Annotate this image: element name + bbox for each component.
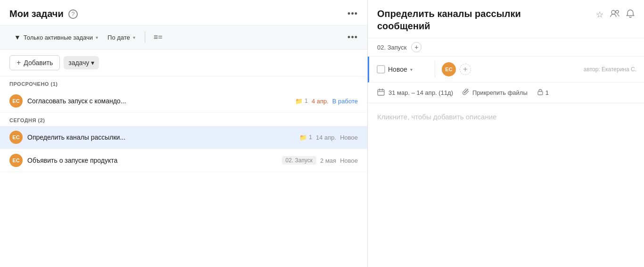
svg-rect-3 <box>538 92 543 95</box>
group-sort-icon[interactable]: ≡= <box>150 30 166 44</box>
task-row[interactable]: EC Согласовать запуск с командо... 📁 1 4… <box>0 90 367 113</box>
task-meta: 📁 1 14 апр. Новое <box>299 134 358 141</box>
folder-icon: 📁 <box>295 98 303 105</box>
description-area[interactable]: Кликните, чтобы добавить описание <box>368 103 644 267</box>
add-label: Добавить <box>24 59 53 67</box>
status-chevron-icon: ▾ <box>410 67 413 72</box>
right-header: Определить каналы рассылки сообщений ☆ <box>368 0 644 38</box>
add-task-bar: + Добавить задачу ▾ <box>0 50 367 76</box>
task-name: Объявить о запуске продукта <box>27 157 277 164</box>
plus-icon: + <box>17 58 21 67</box>
svg-rect-2 <box>378 90 384 95</box>
left-header: Мои задачи ? ••• <box>0 0 367 25</box>
tasks-area: ПРОСРОЧЕНО (1) EC Согласовать запуск с к… <box>0 76 367 267</box>
calendar-icon <box>377 88 385 97</box>
people-icon[interactable] <box>610 10 619 19</box>
filter-divider <box>145 32 145 43</box>
assignee-avatar[interactable]: EC <box>442 62 456 76</box>
task-date: 2 мая <box>320 157 336 164</box>
filter-more-button[interactable]: ••• <box>347 33 358 42</box>
page-title: Мои задачи <box>9 8 64 19</box>
assignee-area: EC + <box>435 62 478 76</box>
attach-label: Прикрепить файлы <box>472 89 528 96</box>
avatar: EC <box>9 131 23 144</box>
status-row: Новое ▾ EC + автор: Екатерина С. <box>368 57 644 83</box>
filter-bar: ▼ Только активные задачи ▾ По дате ▾ ≡= … <box>0 25 367 50</box>
task-date: 4 апр. <box>312 98 329 105</box>
attach-files-button[interactable]: Прикрепить файлы <box>462 89 528 97</box>
favorite-icon[interactable]: ☆ <box>596 9 603 20</box>
task-detail-title: Определить каналы рассылки сообщений <box>377 8 537 32</box>
more-menu-button[interactable]: ••• <box>347 9 358 19</box>
task-name: Определить каналы рассылки... <box>27 134 295 141</box>
date-row: 31 мар. – 14 апр. (11д) Прикрепить файлы… <box>368 83 644 103</box>
task-name: Согласовать запуск с командо... <box>27 97 290 105</box>
section-today-header: СЕГОДНЯ (2) <box>0 113 367 126</box>
task-type-chevron-icon: ▾ <box>91 59 94 67</box>
svg-point-0 <box>611 10 615 14</box>
task-type-label: задачу <box>68 59 89 67</box>
project-breadcrumb: 02. Запуск <box>377 44 406 51</box>
task-meta: 📁 1 4 апр. В работе <box>295 98 358 105</box>
status-badge: Новое <box>340 157 358 164</box>
status-checkbox[interactable] <box>377 65 385 74</box>
right-panel: Определить каналы рассылки сообщений ☆ <box>368 0 644 267</box>
author-info: автор: Екатерина С. <box>584 66 644 73</box>
task-meta: 02. Запуск 2 мая Новое <box>282 156 358 165</box>
add-section-button[interactable]: + <box>411 42 421 52</box>
status-badge: Новое <box>340 134 358 141</box>
date-range-label: 31 мар. – 14 апр. (11д) <box>388 89 453 96</box>
section-overdue-header: ПРОСРОЧЕНО (1) <box>0 76 367 90</box>
paperclip-icon <box>462 89 470 97</box>
add-task-button[interactable]: + Добавить <box>9 55 60 70</box>
folder-badge: 📁 1 <box>295 98 308 105</box>
avatar: EC <box>9 154 23 167</box>
notification-icon[interactable] <box>626 9 635 20</box>
task-date: 14 апр. <box>316 134 336 141</box>
status-selector[interactable]: Новое ▾ <box>369 61 435 77</box>
project-tag: 02. Запуск <box>282 156 317 165</box>
filter-chevron-icon: ▾ <box>96 35 98 40</box>
filter-label: Только активные задачи <box>24 34 93 41</box>
filter-active-button[interactable]: ▼ Только активные задачи ▾ <box>9 31 103 44</box>
task-type-button[interactable]: задачу ▾ <box>64 56 99 69</box>
sort-by-date-button[interactable]: По дате ▾ <box>103 31 140 44</box>
status-label: Новое <box>388 66 407 73</box>
left-header-left: Мои задачи ? <box>9 8 78 19</box>
folder-count: 1 <box>309 134 312 141</box>
svg-point-1 <box>616 10 619 13</box>
folder-count: 1 <box>305 98 308 104</box>
avatar: EC <box>9 94 23 108</box>
left-panel: Мои задачи ? ••• ▼ Только активные задач… <box>0 0 368 267</box>
lock-item[interactable]: 1 <box>537 89 549 97</box>
task-row[interactable]: EC Определить каналы рассылки... 📁 1 14 … <box>0 126 367 149</box>
task-row[interactable]: EC Объявить о запуске продукта 02. Запус… <box>0 149 367 172</box>
folder-badge: 📁 1 <box>299 134 312 141</box>
status-badge: В работе <box>332 98 358 105</box>
task-subheader: 02. Запуск + <box>368 38 644 57</box>
sort-label: По дате <box>107 34 130 41</box>
add-assignee-button[interactable]: + <box>460 64 471 75</box>
description-placeholder: Кликните, чтобы добавить описание <box>377 113 496 121</box>
help-icon[interactable]: ? <box>68 9 78 19</box>
lock-icon <box>537 89 544 97</box>
project-label: 02. Запуск <box>377 44 406 51</box>
lock-count: 1 <box>545 89 549 96</box>
right-header-icons: ☆ <box>596 8 635 20</box>
date-range-item[interactable]: 31 мар. – 14 апр. (11д) <box>377 88 453 97</box>
filter-icon: ▼ <box>14 33 21 41</box>
folder-icon: 📁 <box>299 134 307 141</box>
sort-chevron-icon: ▾ <box>133 35 135 40</box>
